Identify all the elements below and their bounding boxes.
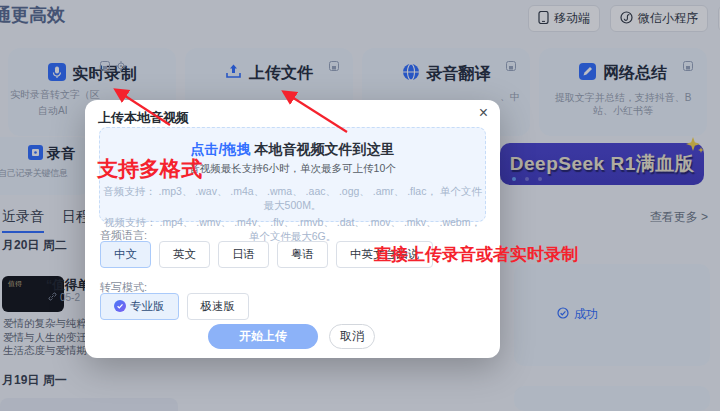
close-icon[interactable]: × (479, 104, 488, 122)
audio-format-support: 音频支持： .mp3、 .wav、 .m4a、 .wma、 .aac、 .ogg… (100, 185, 485, 213)
file-dropzone[interactable]: 点击/拖拽 本地音视频文件到这里 音视频最长支持6小时，单次最多可上传10个 音… (99, 127, 486, 222)
language-chip-mixed[interactable]: 中英文自由说 (336, 241, 433, 268)
cancel-button[interactable]: 取消 (329, 324, 375, 349)
start-upload-button[interactable]: 开始上传 (208, 324, 318, 349)
dropzone-click-drag-label: 点击/拖拽 (191, 141, 251, 157)
mode-chip-label: 专业版 (130, 299, 165, 314)
pro-badge-icon (114, 300, 126, 314)
language-chip-chinese[interactable]: 中文 (100, 241, 151, 268)
mode-chip-fast[interactable]: 极速版 (187, 293, 250, 320)
dropzone-cta-label: 本地音视频文件到这里 (251, 141, 395, 157)
mode-options: 专业版 极速版 (100, 293, 249, 320)
upload-modal: 上传本地音视频 × 点击/拖拽 本地音视频文件到这里 音视频最长支持6小时，单次… (85, 100, 500, 358)
language-chip-cantonese[interactable]: 粤语 (277, 241, 328, 268)
language-chip-english[interactable]: 英文 (159, 241, 210, 268)
dropzone-note: 音视频最长支持6小时，单次最多可上传10个 (100, 162, 485, 176)
language-chip-japanese[interactable]: 日语 (218, 241, 269, 268)
video-format-support: 视频支持： .mp4、 .wmv、 .m4v、 .flv、 .rmvb、 .da… (100, 216, 485, 244)
mode-chip-professional[interactable]: 专业版 (100, 293, 179, 320)
language-options: 中文 英文 日语 粤语 中英文自由说 (100, 241, 433, 268)
modal-title: 上传本地音视频 (98, 109, 189, 127)
